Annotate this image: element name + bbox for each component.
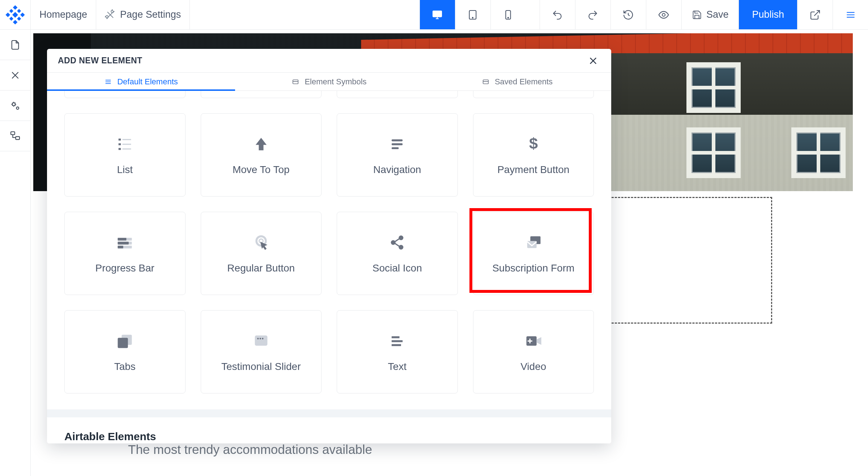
svg-rect-1 [13, 20, 18, 24]
video-icon [524, 331, 543, 351]
section-title-airtable: Airtable Elements [47, 417, 611, 443]
sidebar-design[interactable] [0, 60, 30, 90]
svg-rect-43 [527, 241, 536, 248]
publish-button[interactable]: Publish [739, 0, 797, 29]
svg-text:$: $ [529, 135, 538, 152]
add-element-modal: ADD NEW ELEMENT Default Elements Element… [47, 49, 611, 443]
svg-point-49 [262, 338, 263, 339]
svg-rect-3 [20, 12, 25, 17]
svg-rect-7 [17, 17, 21, 21]
modal-body: Image Image Gallery Image Slider Links L… [47, 91, 611, 443]
drop-target-zone[interactable] [608, 197, 772, 324]
svg-rect-0 [13, 5, 18, 10]
dollar-icon: $ [524, 134, 543, 154]
preview-button[interactable] [646, 0, 681, 29]
tab-saved-elements[interactable]: Saved Elements [423, 73, 611, 90]
page-settings-link[interactable]: Page Settings [96, 0, 190, 29]
tab-default-label: Default Elements [117, 77, 178, 87]
element-card-payment-button[interactable]: $ Payment Button [473, 113, 594, 197]
element-label: Testimonial Slider [221, 361, 301, 372]
svg-rect-25 [119, 148, 121, 150]
element-label: Subscription Form [492, 262, 574, 274]
svg-rect-32 [118, 238, 127, 241]
element-label: Social Icon [373, 262, 422, 274]
svg-point-16 [16, 107, 19, 109]
list-element-icon [115, 134, 135, 154]
svg-rect-8 [12, 12, 18, 18]
arrow-up-icon [251, 134, 271, 154]
gears-icon [9, 100, 21, 111]
navigation-icon [387, 134, 407, 154]
element-card-video[interactable]: Video [473, 310, 594, 393]
tools-icon [105, 9, 116, 20]
desktop-icon [431, 9, 443, 21]
modal-close-button[interactable] [586, 54, 600, 68]
svg-rect-26 [123, 148, 131, 149]
element-card-image-gallery[interactable]: Image Gallery [201, 91, 322, 98]
modal-tabs: Default Elements Element Symbols Saved E… [47, 73, 611, 91]
device-tablet-button[interactable] [455, 0, 490, 29]
list-icon [104, 78, 112, 86]
external-link-icon [809, 9, 821, 21]
symbol-icon [292, 78, 299, 86]
element-label: Move To Top [233, 164, 290, 176]
undo-button[interactable] [540, 0, 575, 29]
svg-rect-24 [123, 144, 131, 145]
element-card-links[interactable]: Links [473, 91, 594, 98]
element-card-text[interactable]: Text [337, 310, 458, 393]
device-desktop-button[interactable] [420, 0, 455, 29]
svg-rect-45 [118, 338, 128, 348]
element-card-image[interactable]: Image [64, 91, 186, 98]
homepage-label: Homepage [39, 9, 87, 20]
tab-symbols-label: Element Symbols [305, 77, 366, 87]
page-icon [9, 39, 21, 51]
svg-point-39 [391, 240, 396, 245]
save-button[interactable]: Save [681, 0, 739, 29]
element-label: Tabs [114, 361, 136, 372]
svg-rect-2 [5, 12, 10, 17]
homepage-link[interactable]: Homepage [31, 0, 96, 29]
app-logo[interactable] [0, 0, 31, 29]
element-card-tabs[interactable]: Tabs [64, 310, 186, 393]
tab-element-symbols[interactable]: Element Symbols [235, 73, 423, 90]
element-card-regular-button[interactable]: Regular Button [201, 212, 322, 295]
element-card-image-slider[interactable]: Image Slider [337, 91, 458, 98]
svg-rect-51 [392, 340, 403, 342]
history-icon [622, 9, 634, 21]
element-card-social-icon[interactable]: Social Icon [337, 212, 458, 295]
publish-label: Publish [752, 9, 784, 20]
svg-point-47 [257, 338, 259, 339]
open-external-button[interactable] [797, 0, 833, 29]
section-divider [47, 409, 611, 417]
sidebar-pages[interactable] [0, 30, 30, 60]
tab-default-elements[interactable]: Default Elements [47, 73, 235, 90]
svg-rect-36 [118, 246, 123, 249]
element-card-testimonial-slider[interactable]: Testimonial Slider [201, 310, 322, 393]
element-card-progress-bar[interactable]: Progress Bar [64, 212, 186, 295]
sidebar-settings[interactable] [0, 90, 30, 121]
svg-rect-4 [9, 9, 13, 13]
history-button[interactable] [610, 0, 646, 29]
svg-rect-23 [119, 143, 121, 145]
menu-button[interactable] [833, 0, 868, 29]
tab-saved-label: Saved Elements [495, 77, 553, 87]
svg-rect-28 [392, 143, 403, 145]
sidebar-elements[interactable] [0, 121, 30, 151]
device-mobile-button[interactable] [490, 0, 526, 29]
element-card-list[interactable]: List [64, 113, 186, 197]
element-card-navigation[interactable]: Navigation [337, 113, 458, 197]
testimonial-icon [251, 331, 271, 351]
element-label: Text [388, 361, 407, 372]
tablet-icon [467, 9, 478, 21]
redo-button[interactable] [575, 0, 610, 29]
svg-rect-34 [118, 242, 129, 245]
element-card-subscription-form[interactable]: Subscription Form [473, 212, 594, 295]
page-settings-label: Page Settings [120, 9, 181, 20]
close-icon [588, 56, 598, 66]
elements-grid: Image Image Gallery Image Slider Links L… [47, 91, 611, 409]
progress-bar-icon [115, 233, 135, 252]
svg-rect-19 [293, 80, 298, 84]
element-card-move-to-top[interactable]: Move To Top [201, 113, 322, 197]
saved-icon [482, 78, 490, 86]
mobile-icon [502, 9, 514, 21]
